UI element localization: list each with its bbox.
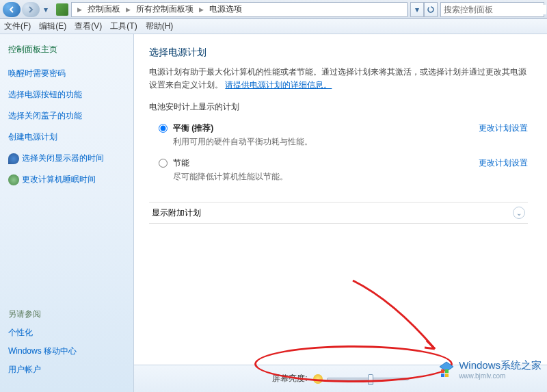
footer-bar: 屏幕亮度:	[134, 365, 547, 392]
plan-balanced: 平衡 (推荐) 利用可用的硬件自动平衡功耗与性能。 更改计划设置	[149, 120, 528, 155]
menubar: 文件(F) 编辑(E) 查看(V) 工具(T) 帮助(H)	[0, 19, 547, 34]
expander-label: 显示附加计划	[152, 207, 201, 219]
breadcrumb[interactable]: ▶ 控制面板 ▶ 所有控制面板项 ▶ 电源选项	[71, 2, 408, 17]
seealso-mobility[interactable]: Windows 移动中心	[8, 345, 77, 357]
search-field[interactable]	[444, 5, 546, 14]
seealso-users[interactable]: 用户帐户	[8, 364, 77, 376]
plan-details-link[interactable]: 请提供电源计划的详细信息。	[225, 80, 332, 90]
control-panel-home-link[interactable]: 控制面板主页	[8, 44, 125, 55]
plan-desc: 尽可能降低计算机性能以节能。	[173, 171, 479, 183]
back-button[interactable]	[3, 2, 21, 17]
plan-saver: 节能 尽可能降低计算机性能以节能。 更改计划设置	[149, 155, 528, 190]
page-title: 选择电源计划	[149, 47, 528, 59]
control-panel-icon	[56, 3, 68, 16]
search-input[interactable]	[440, 2, 544, 17]
shield-icon	[8, 153, 19, 164]
section-header: 电池安时计上显示的计划	[149, 101, 528, 113]
chevron-right-icon: ▶	[75, 6, 85, 13]
plan-desc: 利用可用的硬件自动平衡功耗与性能。	[173, 136, 479, 148]
seealso-personalize[interactable]: 个性化	[8, 327, 77, 339]
clock-icon	[8, 174, 19, 185]
sidebar: 控制面板主页 唤醒时需要密码 选择电源按钮的功能 选择关闭盖子的功能 创建电源计…	[0, 34, 134, 392]
titlebar: ▾ ▶ 控制面板 ▶ 所有控制面板项 ▶ 电源选项 ▾	[0, 0, 547, 19]
plan-name: 平衡 (推荐)	[173, 122, 479, 134]
sun-icon	[313, 374, 323, 384]
see-also-header: 另请参阅	[8, 309, 77, 320]
show-additional-plans[interactable]: 显示附加计划 ⌄	[149, 202, 528, 224]
chevron-right-icon: ▶	[123, 6, 133, 13]
menu-tools[interactable]: 工具(T)	[110, 21, 137, 32]
plan-name: 节能	[173, 157, 479, 169]
menu-file[interactable]: 文件(F)	[4, 21, 31, 32]
page-description: 电源计划有助于最大化计算机的性能或者节能。通过选择计划来将其激活，或选择计划并通…	[149, 66, 528, 92]
history-dropdown[interactable]: ▾	[41, 2, 51, 17]
menu-edit[interactable]: 编辑(E)	[39, 21, 66, 32]
menu-help[interactable]: 帮助(H)	[146, 21, 174, 32]
change-plan-link[interactable]: 更改计划设置	[479, 122, 528, 134]
sidebar-link-power-button[interactable]: 选择电源按钮的功能	[8, 89, 125, 101]
forward-button[interactable]	[22, 2, 40, 17]
see-also-section: 另请参阅 个性化 Windows 移动中心 用户帐户	[8, 309, 77, 382]
breadcrumb-item[interactable]: 电源选项	[206, 3, 245, 15]
breadcrumb-dropdown[interactable]: ▾	[410, 2, 424, 17]
chevron-down-icon: ⌄	[513, 207, 525, 219]
slider-thumb[interactable]	[368, 374, 373, 385]
sidebar-link-sleep[interactable]: 更改计算机睡眠时间	[22, 174, 96, 185]
plan-radio-saver[interactable]	[159, 159, 168, 168]
breadcrumb-item[interactable]: 控制面板	[85, 3, 123, 15]
breadcrumb-item[interactable]: 所有控制面板项	[133, 3, 196, 15]
sidebar-link-display-off[interactable]: 选择关闭显示器的时间	[22, 153, 104, 164]
brightness-slider[interactable]	[327, 378, 409, 380]
brightness-label: 屏幕亮度:	[272, 373, 307, 384]
sidebar-link-create-plan[interactable]: 创建电源计划	[8, 131, 125, 143]
change-plan-link[interactable]: 更改计划设置	[479, 157, 528, 169]
chevron-right-icon: ▶	[196, 6, 206, 13]
sidebar-link-password[interactable]: 唤醒时需要密码	[8, 68, 125, 79]
refresh-button[interactable]	[424, 2, 438, 17]
main-panel: 选择电源计划 电源计划有助于最大化计算机的性能或者节能。通过选择计划来将其激活，…	[134, 34, 547, 392]
sidebar-link-lid[interactable]: 选择关闭盖子的功能	[8, 110, 125, 122]
plan-radio-balanced[interactable]	[159, 124, 168, 133]
menu-view[interactable]: 查看(V)	[75, 21, 102, 32]
